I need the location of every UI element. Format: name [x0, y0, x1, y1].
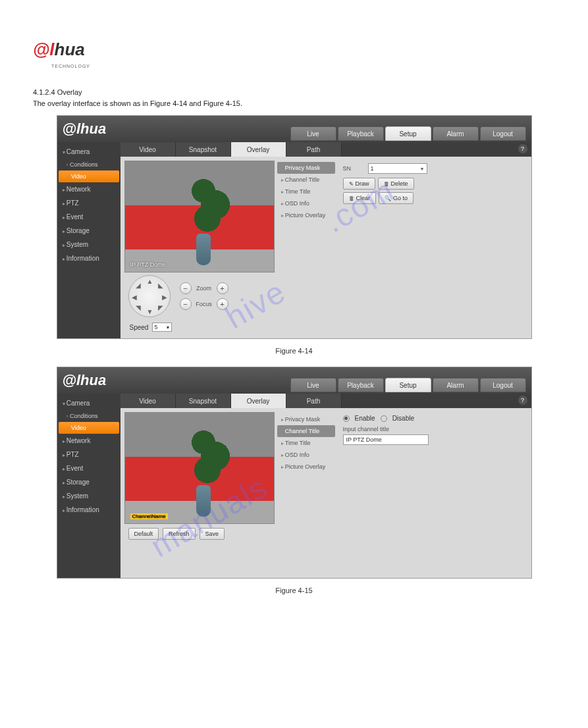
sidebar-storage-2[interactable]: Storage	[57, 475, 120, 489]
refresh-button[interactable]: Refresh	[163, 528, 196, 540]
brand-sub: TECHNOLOGY	[51, 64, 555, 68]
sidebar-network-2[interactable]: Network	[57, 434, 120, 448]
tab-logout[interactable]: Logout	[480, 126, 526, 141]
sidebar-camera[interactable]: Camera	[57, 145, 120, 159]
overlay-channel-title[interactable]: Channel Title	[277, 174, 335, 186]
zoom-out[interactable]: −	[180, 282, 192, 294]
overlay-picture-overlay[interactable]: Picture Overlay	[277, 209, 335, 221]
tab-alarm-2[interactable]: Alarm	[433, 378, 479, 392]
tab-live[interactable]: Live	[290, 126, 336, 141]
panel-logo: @lhua	[63, 120, 122, 138]
tab-live-2[interactable]: Live	[290, 378, 336, 392]
ptz-dpad: ▲ ▼ ◀ ▶ ◣ ◢ ◤ ◥	[128, 275, 171, 317]
ptz-downleft[interactable]: ◥	[134, 303, 142, 311]
tab-setup-2[interactable]: Setup	[385, 378, 431, 392]
ptz-downright[interactable]: ◤	[157, 303, 165, 311]
subtab-path-2[interactable]: Path	[286, 394, 342, 408]
form-area: SN 1 ✎Draw 🗑Delete 🗑Clear 🔍Go to	[338, 161, 527, 334]
sidebar-camera-2[interactable]: Camera	[57, 396, 120, 410]
sidebar-ptz-2[interactable]: PTZ	[57, 448, 120, 461]
disable-radio[interactable]	[381, 415, 387, 422]
tab-playback-2[interactable]: Playback	[338, 378, 384, 392]
sn-dropdown[interactable]: 1	[368, 163, 427, 174]
overlay-privacy-mask[interactable]: Privacy Mask	[277, 162, 335, 174]
subtab-video-2[interactable]: Video	[120, 394, 176, 408]
enable-radio[interactable]	[343, 415, 350, 422]
pencil-icon: ✎	[349, 181, 354, 187]
overlay-channel-title-2[interactable]: Channel Title	[277, 425, 335, 437]
default-button[interactable]: Default	[128, 528, 159, 540]
subtab-snapshot[interactable]: Snapshot	[176, 142, 231, 157]
content-area-2: Video Snapshot Overlay Path ? ChannelNam…	[120, 394, 531, 578]
sidebar-information-2[interactable]: Information	[57, 503, 120, 517]
overlay-time-title-2[interactable]: Time Title	[277, 437, 335, 449]
panel-header: @lhua Live Playback Setup Alarm Logout	[57, 116, 531, 142]
sidebar-video-2[interactable]: Video	[59, 422, 119, 434]
panel-logo-2: @lhua	[63, 372, 122, 389]
sidebar-video[interactable]: Video	[59, 170, 119, 182]
sidebar-system[interactable]: System	[57, 238, 120, 251]
sidebar-ptz[interactable]: PTZ	[57, 196, 120, 210]
channel-title-input[interactable]: IP PTZ Dome	[343, 434, 429, 445]
intro-line2: The overlay interface is shown as in Fig…	[33, 98, 555, 109]
content-area: Video Snapshot Overlay Path ? IP PTZ Dom…	[120, 142, 531, 338]
subtab-video[interactable]: Video	[120, 142, 176, 157]
help-icon-2[interactable]: ?	[518, 396, 527, 405]
search-icon: 🔍	[385, 195, 391, 201]
sidebar-information[interactable]: Information	[57, 251, 120, 265]
tab-setup[interactable]: Setup	[385, 126, 431, 141]
sidebar-system-2[interactable]: System	[57, 489, 120, 503]
sn-label: SN	[343, 165, 363, 172]
overlay-privacy-mask-2[interactable]: Privacy Mask	[277, 413, 335, 425]
overlay-osd-info-2[interactable]: OSD Info	[277, 449, 335, 461]
sidebar-2: Camera Conditions Video Network PTZ Even…	[57, 394, 120, 578]
sidebar-network[interactable]: Network	[57, 182, 120, 196]
help-icon[interactable]: ?	[518, 144, 527, 153]
fig1-caption: Figure 4-14	[33, 347, 555, 355]
sub-tabs: Video Snapshot Overlay Path ?	[120, 142, 531, 157]
subtab-overlay[interactable]: Overlay	[231, 142, 286, 157]
preview-vase-2	[196, 485, 211, 517]
panel-fig1: @lhua Live Playback Setup Alarm Logout C…	[57, 115, 532, 339]
focus-in[interactable]: +	[217, 298, 228, 310]
overlay-osd-info[interactable]: OSD Info	[277, 197, 335, 209]
intro-line1: 4.1.2.4 Overlay	[33, 87, 555, 98]
disable-label: Disable	[392, 415, 414, 422]
subtab-snapshot-2[interactable]: Snapshot	[176, 394, 231, 408]
sidebar-conditions-2[interactable]: Conditions	[57, 410, 120, 422]
panel-fig2: @lhua Live Playback Setup Alarm Logout C…	[57, 367, 532, 579]
ptz-upleft[interactable]: ◢	[134, 281, 142, 289]
delete-button[interactable]: 🗑Delete	[378, 178, 414, 190]
tab-alarm[interactable]: Alarm	[433, 126, 479, 141]
overlay-picture-overlay-2[interactable]: Picture Overlay	[277, 461, 335, 473]
ptz-down[interactable]: ▼	[146, 307, 154, 315]
overlay-list: Privacy Mask Channel Title Time Title OS…	[277, 161, 335, 334]
preview-vase	[196, 234, 211, 265]
sidebar: Camera Conditions Video Network PTZ Even…	[57, 142, 120, 338]
overlay-time-title[interactable]: Time Title	[277, 186, 335, 197]
brand-at: @	[33, 39, 49, 59]
ptz-left[interactable]: ◀	[130, 293, 138, 301]
save-button[interactable]: Save	[200, 528, 225, 540]
draw-button[interactable]: ✎Draw	[343, 178, 375, 190]
sidebar-event-2[interactable]: Event	[57, 461, 120, 475]
sidebar-event[interactable]: Event	[57, 210, 120, 224]
tab-logout-2[interactable]: Logout	[480, 378, 526, 392]
subtab-path[interactable]: Path	[286, 142, 342, 157]
speed-select[interactable]: 5	[152, 323, 172, 332]
ptz-right[interactable]: ▶	[161, 293, 169, 301]
top-tabs-2: Live Playback Setup Alarm Logout	[290, 378, 526, 392]
sidebar-storage[interactable]: Storage	[57, 224, 120, 238]
zoom-in[interactable]: +	[217, 282, 228, 294]
intro-text: 4.1.2.4 Overlay The overlay interface is…	[33, 87, 555, 109]
goto-button[interactable]: 🔍Go to	[379, 192, 414, 204]
tab-playback[interactable]: Playback	[338, 126, 384, 141]
focus-out[interactable]: −	[180, 298, 192, 310]
ptz-upright[interactable]: ◣	[157, 281, 165, 289]
sidebar-conditions[interactable]: Conditions	[57, 159, 120, 170]
ptz-up[interactable]: ▲	[146, 277, 154, 285]
preview-channel-box[interactable]: ChannelName	[130, 513, 168, 519]
subtab-overlay-2[interactable]: Overlay	[231, 394, 286, 408]
clear-button[interactable]: 🗑Clear	[343, 192, 377, 204]
trash-icon: 🗑	[349, 195, 354, 201]
